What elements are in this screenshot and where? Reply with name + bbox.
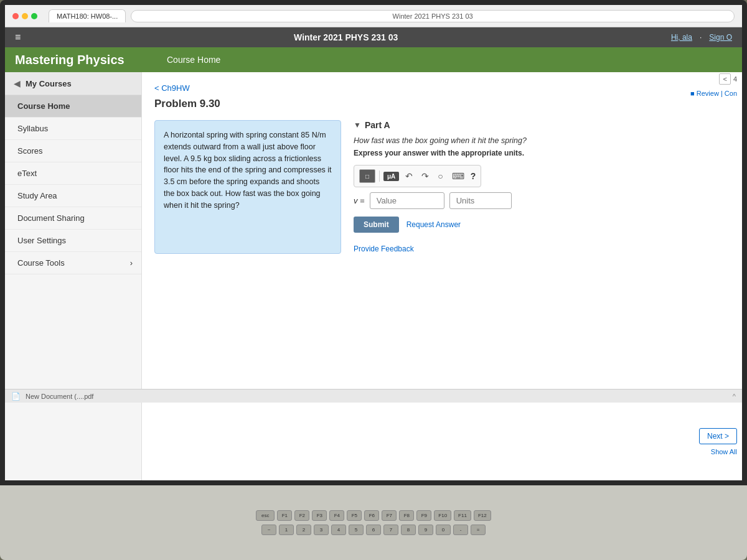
key-tilde[interactable]: ~: [261, 525, 276, 535]
key-f3[interactable]: F3: [312, 510, 327, 521]
sidebar-item-syllabus[interactable]: Syllabus: [5, 118, 141, 140]
back-link[interactable]: < Ch9HW: [154, 83, 190, 93]
part-question: How fast was the box going when it hit t…: [354, 136, 730, 145]
laptop-keyboard: esc F1 F2 F3 F4 F5 F6 F7 F8 F9 F10 F11 F…: [0, 485, 747, 560]
part-instruction: Express your answer with the appropriate…: [354, 149, 730, 157]
close-dot[interactable]: [12, 13, 19, 19]
undo-icon[interactable]: ↶: [403, 170, 415, 182]
key-f11[interactable]: F11: [454, 510, 471, 521]
sidebar-item-scores[interactable]: Scores: [5, 140, 141, 162]
submit-row: Submit Request Answer: [354, 217, 730, 233]
course-title-bar: Mastering Physics Course Home: [15, 53, 732, 67]
expand-icon[interactable]: ^: [733, 393, 736, 400]
key-8[interactable]: 8: [401, 525, 416, 535]
key-esc[interactable]: esc: [256, 510, 275, 521]
key-f2[interactable]: F2: [294, 510, 309, 521]
key-f4[interactable]: F4: [329, 510, 344, 521]
sidebar-item-label: Document Sharing: [17, 213, 85, 223]
sidebar-item-etext[interactable]: eText: [5, 162, 141, 185]
sidebar-item-label: Study Area: [17, 191, 57, 200]
submit-button[interactable]: Submit: [354, 217, 399, 233]
help-icon[interactable]: ?: [471, 171, 476, 181]
key-f8[interactable]: F8: [399, 510, 414, 521]
page-title: Winter 2021 PHYS 231 03: [294, 32, 398, 42]
app-title: Mastering Physics: [15, 53, 152, 67]
sidebar-item-study-area[interactable]: Study Area: [5, 185, 141, 207]
provide-feedback-link[interactable]: Provide Feedback: [354, 245, 414, 253]
browser-dots: [12, 13, 37, 19]
part-label: Part A: [365, 120, 390, 130]
key-equal[interactable]: =: [471, 525, 486, 535]
sidebar-item-label: Course Tools: [17, 258, 65, 268]
part-header: ▼ Part A: [354, 120, 730, 130]
redo-icon[interactable]: ↷: [419, 170, 431, 182]
course-header: Mastering Physics Course Home: [5, 47, 742, 72]
laptop-screen: MATH180: HW08-... Winter 2021 PHYS 231 0…: [0, 0, 747, 485]
key-1[interactable]: 1: [279, 525, 294, 535]
request-answer-link[interactable]: Request Answer: [406, 220, 461, 229]
key-4[interactable]: 4: [331, 525, 346, 535]
key-f6[interactable]: F6: [364, 510, 379, 521]
address-bar[interactable]: Winter 2021 PHYS 231 03: [131, 10, 735, 22]
back-arrow-icon: ◀: [14, 78, 21, 88]
sidebar-item-course-tools[interactable]: Course Tools ›: [5, 252, 141, 274]
problem-layout: A horizontal spring with spring constant…: [154, 120, 730, 254]
key-f10[interactable]: F10: [434, 510, 451, 521]
key-9[interactable]: 9: [418, 525, 433, 535]
key-6[interactable]: 6: [366, 525, 381, 535]
key-3[interactable]: 3: [314, 525, 329, 535]
sidebar-item-user-settings[interactable]: User Settings: [5, 230, 141, 252]
answer-input-row: v =: [354, 192, 730, 209]
doc-icon: 📄: [11, 392, 21, 401]
keyboard-icon[interactable]: ⌨: [449, 170, 467, 182]
sidebar-item-label: Syllabus: [17, 124, 48, 133]
header-separator: ·: [700, 33, 702, 42]
sidebar-my-courses[interactable]: ◀ My Courses: [5, 72, 141, 95]
key-5[interactable]: 5: [349, 525, 364, 535]
sidebar-item-label: User Settings: [17, 236, 66, 245]
main-layout: ◀ My Courses Course Home Syllabus Scores…: [5, 72, 742, 480]
show-all-link[interactable]: Show All: [711, 448, 737, 455]
maximize-dot[interactable]: [31, 13, 37, 19]
answer-units-input[interactable]: [449, 192, 512, 209]
key-f9[interactable]: F9: [416, 510, 431, 521]
symbol-btn[interactable]: □: [359, 169, 375, 183]
browser-tab[interactable]: MATH180: HW08-...: [49, 9, 126, 22]
key-7[interactable]: 7: [383, 525, 398, 535]
my-courses-label: My Courses: [26, 79, 72, 88]
key-f1[interactable]: F1: [277, 510, 292, 521]
keyboard-row-numbers: ~ 1 2 3 4 5 6 7 8 9 0 - =: [261, 525, 486, 535]
velocity-label: v =: [354, 196, 365, 205]
sidebar-item-label: Scores: [17, 146, 42, 156]
course-home-label[interactable]: Course Home: [167, 55, 220, 65]
sign-out-link[interactable]: Sign O: [709, 33, 732, 42]
review-link[interactable]: ■ Review | Con: [690, 90, 737, 97]
new-doc-bar: 📄 New Document (....pdf ^: [5, 389, 742, 403]
sidebar-item-label: Course Home: [17, 101, 70, 111]
sidebar-item-document-sharing[interactable]: Document Sharing: [5, 207, 141, 230]
key-f12[interactable]: F12: [474, 510, 491, 521]
ua-label[interactable]: μA: [383, 172, 399, 181]
bottom-right-nav: Next > Show All: [699, 428, 737, 455]
new-doc-label: New Document (....pdf: [26, 393, 93, 400]
key-f5[interactable]: F5: [347, 510, 362, 521]
key-minus[interactable]: -: [453, 525, 468, 535]
answer-toolbar: □ μA ↶ ↷ ○ ⌨ ?: [354, 165, 481, 187]
prev-page-btn[interactable]: <: [719, 73, 730, 85]
minimize-dot[interactable]: [22, 13, 28, 19]
key-f7[interactable]: F7: [382, 510, 397, 521]
answer-value-input[interactable]: [370, 192, 444, 209]
app-container: ≡ Winter 2021 PHYS 231 03 Hi, ala · Sign…: [5, 27, 742, 480]
problem-description: A horizontal spring with spring constant…: [154, 120, 341, 254]
user-greeting[interactable]: Hi, ala: [671, 33, 692, 42]
key-0[interactable]: 0: [436, 525, 451, 535]
key-2[interactable]: 2: [296, 525, 311, 535]
part-arrow-icon[interactable]: ▼: [354, 121, 361, 129]
page-nav: < 4: [719, 73, 737, 85]
sidebar-item-course-home[interactable]: Course Home: [5, 95, 141, 118]
top-header-left: ≡: [15, 32, 21, 43]
hamburger-icon[interactable]: ≡: [15, 32, 21, 43]
refresh-icon[interactable]: ○: [435, 170, 445, 182]
next-button[interactable]: Next >: [699, 428, 737, 444]
top-header-right: Hi, ala · Sign O: [671, 33, 732, 42]
